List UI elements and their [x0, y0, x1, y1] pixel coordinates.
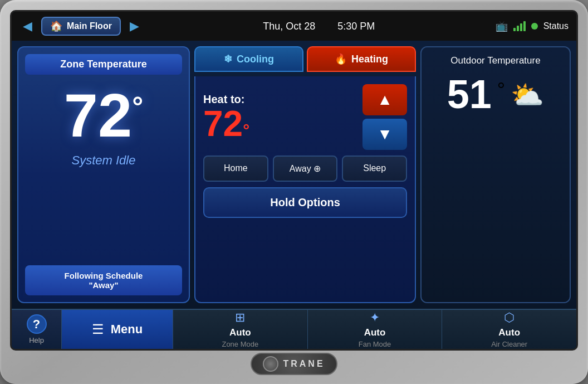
- away-mode-button[interactable]: Away ⊕: [273, 155, 338, 182]
- help-symbol: ?: [33, 317, 40, 332]
- help-label: Help: [29, 336, 44, 344]
- fan-icon: ✦: [370, 310, 380, 325]
- brand-emblem: [263, 356, 278, 372]
- zone-mode-button[interactable]: ⊞ Auto Zone Mode: [173, 310, 308, 349]
- cooling-tab-label: Cooling: [237, 54, 274, 65]
- down-arrow-icon: ▼: [377, 125, 393, 143]
- heating-tab-label: Heating: [351, 54, 388, 65]
- system-status: System Idle: [72, 153, 136, 168]
- screen: ◀ 🏠 Main Floor ▶ Thu, Oct 28 5:30 PM 📺: [10, 10, 578, 351]
- zone-degree-symbol: °: [132, 93, 143, 120]
- zone-panel-title: Zone Temperature: [25, 54, 182, 75]
- up-arrow-icon: ▲: [377, 91, 393, 109]
- tab-cooling[interactable]: ❄ Cooling: [194, 46, 303, 72]
- zone-mode-icon: ⊞: [235, 310, 245, 325]
- outdoor-temperature-panel: Outdoor Temperature 51 ° ⛅: [420, 46, 571, 303]
- schedule-line2: "Away": [89, 280, 118, 290]
- time-display: 5:30 PM: [337, 21, 375, 32]
- brand-name: TRANE: [283, 359, 325, 369]
- signal-bar-4: [523, 21, 526, 31]
- temperature-control-area: Heat to: 72° ▲ ▼: [194, 76, 416, 303]
- air-cleaner-button[interactable]: ⬡ Auto Air Cleaner: [442, 310, 576, 349]
- date-display: Thu, Oct 28: [263, 21, 315, 32]
- brand-bar: TRANE: [251, 354, 337, 374]
- wifi-icon: 📺: [496, 20, 508, 32]
- heating-icon: 🔥: [335, 53, 347, 65]
- signal-bar-3: [520, 23, 522, 31]
- status-dot: [531, 23, 538, 30]
- nav-right-arrow[interactable]: ▶: [126, 17, 143, 36]
- tab-heating[interactable]: 🔥 Heating: [307, 46, 416, 72]
- schedule-line1: Following Schedule: [65, 271, 143, 280]
- weather-icon: ⛅: [511, 80, 544, 111]
- help-circle: ?: [27, 314, 47, 334]
- set-temp-value: 72: [203, 104, 243, 144]
- datetime-display: Thu, Oct 28 5:30 PM: [148, 21, 490, 32]
- fan-mode-content: Auto Fan Mode: [359, 327, 391, 348]
- menu-label: Menu: [111, 322, 143, 337]
- sleep-mode-button[interactable]: Sleep: [342, 155, 407, 182]
- top-bar: ◀ 🏠 Main Floor ▶ Thu, Oct 28 5:30 PM 📺: [12, 12, 576, 41]
- signal-bar-1: [513, 28, 516, 31]
- help-button[interactable]: ? Help: [12, 310, 62, 349]
- mode-tabs: ❄ Cooling 🔥 Heating: [194, 46, 416, 72]
- brand-logo: TRANE: [251, 353, 337, 375]
- fan-mode-sub: Fan Mode: [359, 340, 391, 348]
- home-button[interactable]: 🏠 Main Floor: [41, 17, 121, 36]
- heat-to-section: Heat to: 72°: [203, 93, 249, 142]
- air-cleaner-main: Auto: [498, 327, 520, 338]
- zone-mode-main: Auto: [229, 327, 251, 338]
- location-label: Main Floor: [67, 21, 112, 31]
- up-down-controls: ▲ ▼: [362, 84, 407, 150]
- nav-left-arrow[interactable]: ◀: [19, 17, 36, 36]
- outdoor-degree-symbol: °: [497, 79, 505, 102]
- preset-mode-buttons: Home Away ⊕ Sleep: [203, 155, 407, 182]
- menu-icon: ☰: [92, 322, 104, 337]
- device-frame: ◀ 🏠 Main Floor ▶ Thu, Oct 28 5:30 PM 📺: [0, 0, 588, 384]
- home-icon: 🏠: [50, 20, 62, 32]
- zone-temp-value: 72: [64, 85, 132, 146]
- cooling-icon: ❄: [224, 53, 232, 65]
- zone-mode-content: Auto Zone Mode: [222, 327, 258, 348]
- signal-bars: [513, 21, 526, 31]
- set-temperature-display: 72°: [203, 106, 249, 142]
- temp-increase-button[interactable]: ▲: [362, 84, 407, 115]
- outdoor-panel-title: Outdoor Temperature: [450, 55, 540, 66]
- set-degree-symbol: °: [243, 121, 249, 139]
- zone-mode-sub: Zone Mode: [222, 340, 258, 348]
- temp-decrease-button[interactable]: ▼: [362, 119, 407, 150]
- status-area: 📺 Status: [496, 20, 569, 32]
- fan-mode-button[interactable]: ✦ Auto Fan Mode: [308, 310, 443, 349]
- fan-mode-main: Auto: [364, 327, 386, 338]
- away-label: Away: [290, 164, 311, 173]
- bottom-bar: ? Help ☰ Menu ⊞ Auto Zone Mode ✦ Auto F: [12, 309, 576, 349]
- center-control-panel: ❄ Cooling 🔥 Heating Heat to: 72°: [194, 46, 416, 303]
- home-mode-button[interactable]: Home: [203, 155, 268, 182]
- outdoor-temp-display: 51 ° ⛅: [447, 74, 545, 114]
- menu-button[interactable]: ☰ Menu: [62, 310, 173, 349]
- air-cleaner-sub: Air Cleaner: [491, 340, 527, 348]
- zone-temperature-display: 72 °: [64, 85, 143, 146]
- main-content: Zone Temperature 72 ° System Idle Follow…: [12, 41, 576, 309]
- schedule-info: Following Schedule "Away": [25, 265, 182, 295]
- zone-temperature-panel: Zone Temperature 72 ° System Idle Follow…: [17, 46, 190, 303]
- hold-options-button[interactable]: Hold Options: [203, 187, 407, 218]
- status-label: Status: [543, 21, 569, 31]
- temp-control-row: Heat to: 72° ▲ ▼: [203, 84, 407, 150]
- air-cleaner-icon: ⬡: [504, 310, 514, 325]
- away-compass-icon: ⊕: [313, 164, 321, 173]
- air-cleaner-content: Auto Air Cleaner: [491, 327, 527, 348]
- signal-bar-2: [517, 26, 519, 31]
- outdoor-temp-value: 51: [447, 74, 492, 114]
